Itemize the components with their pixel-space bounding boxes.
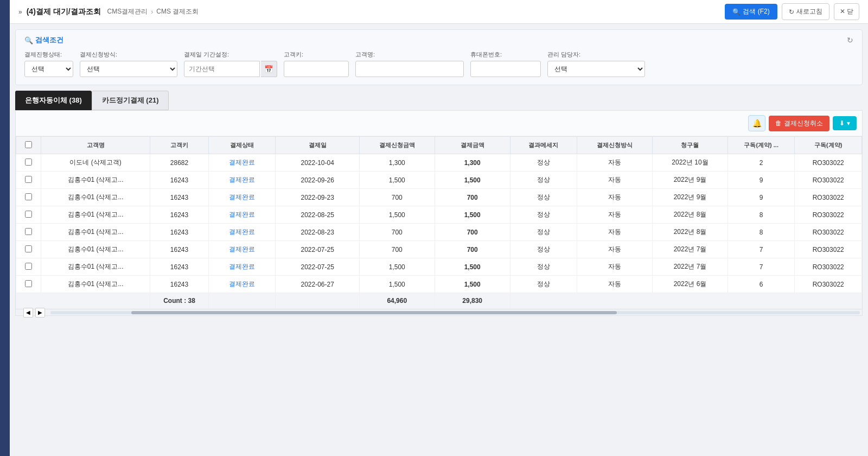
- row-checkbox[interactable]: [25, 193, 32, 200]
- row-req-amt: 1,500: [359, 206, 435, 224]
- row-pay-amt: 1,300: [435, 154, 510, 172]
- row-sub2: RO303022: [795, 154, 862, 172]
- row-checkbox[interactable]: [25, 176, 32, 183]
- breadcrumb-cms: CMS결제관리: [107, 7, 148, 16]
- date-input[interactable]: [184, 61, 260, 77]
- row-checkbox[interactable]: [25, 280, 32, 287]
- row-month: 2022년 8월: [653, 224, 728, 241]
- footer-req-total: 64,960: [359, 293, 435, 309]
- row-checkbox[interactable]: [25, 228, 32, 235]
- row-checkbox-cell[interactable]: [16, 224, 41, 241]
- nav-left-button[interactable]: ◀: [23, 308, 33, 318]
- table-row: 김홍수01 (삭제고... 16243 결제완료 2022-08-25 1,50…: [16, 206, 862, 224]
- table-row: 김홍수01 (삭제고... 16243 결제완료 2022-07-25 1,50…: [16, 258, 862, 276]
- bell-button[interactable]: 🔔: [748, 115, 765, 131]
- row-req-amt: 700: [359, 224, 435, 241]
- row-key: 16243: [150, 276, 208, 293]
- phone-field-group: 휴대폰번호:: [470, 50, 541, 77]
- row-month: 2022년 7월: [653, 258, 728, 276]
- row-pay-amt: 700: [435, 189, 510, 206]
- row-req-amt: 1,300: [359, 154, 435, 172]
- footer-count: Count : 38: [150, 293, 208, 309]
- row-msg: 정상: [510, 154, 577, 172]
- page-title: (4)결제 대기/결과조회: [27, 7, 101, 17]
- row-checkbox-cell[interactable]: [16, 154, 41, 172]
- search-f2-button[interactable]: 🔍 검색 (F2): [725, 4, 777, 20]
- nav-arrow[interactable]: »: [18, 8, 22, 16]
- row-checkbox[interactable]: [25, 159, 32, 166]
- row-checkbox[interactable]: [25, 245, 32, 252]
- refresh-icon: ↻: [789, 8, 794, 16]
- row-sub2: RO303022: [795, 224, 862, 241]
- row-status[interactable]: 결제완료: [209, 241, 276, 258]
- refresh-button[interactable]: ↻ 새로고침: [782, 3, 829, 20]
- custkey-input[interactable]: [284, 61, 349, 77]
- row-msg: 정상: [510, 241, 577, 258]
- row-status[interactable]: 결제완료: [209, 258, 276, 276]
- nav-right-button[interactable]: ▶: [35, 308, 45, 318]
- row-checkbox-cell[interactable]: [16, 172, 41, 189]
- status-select[interactable]: 선택: [24, 61, 73, 77]
- row-status[interactable]: 결제완료: [209, 224, 276, 241]
- row-status[interactable]: 결제완료: [209, 276, 276, 293]
- table-row: 김홍수01 (삭제고... 16243 결제완료 2022-09-23 700 …: [16, 189, 862, 206]
- search-panel-header: 🔍 검색조건 ↻: [24, 35, 853, 45]
- table-header-row: 고객명 고객키 결제상태 결제일 결제신청금액 결제금액 결과메세지 결제신청방…: [16, 137, 862, 154]
- row-checkbox-cell[interactable]: [16, 258, 41, 276]
- row-req-amt: 1,500: [359, 258, 435, 276]
- row-method: 자동: [577, 258, 653, 276]
- search-refresh-icon[interactable]: ↻: [847, 36, 853, 45]
- row-key: 16243: [150, 224, 208, 241]
- tab-card-regular[interactable]: 카드정기결제 (21): [92, 91, 169, 110]
- row-checkbox-cell[interactable]: [16, 276, 41, 293]
- row-checkbox[interactable]: [25, 211, 32, 218]
- row-sub1: 8: [727, 206, 794, 224]
- table-footer-row: Count : 38 64,960 29,830: [16, 293, 862, 309]
- row-checkbox-cell[interactable]: [16, 189, 41, 206]
- row-method: 자동: [577, 206, 653, 224]
- horizontal-scrolltrack[interactable]: [50, 311, 860, 314]
- row-key: 16243: [150, 206, 208, 224]
- row-status[interactable]: 결제완료: [209, 189, 276, 206]
- row-date: 2022-09-23: [276, 189, 359, 206]
- select-all-checkbox[interactable]: [25, 141, 32, 148]
- daterange-label: 결제일 기간설정:: [184, 50, 277, 59]
- row-msg: 정상: [510, 224, 577, 241]
- row-status[interactable]: 결제완료: [209, 206, 276, 224]
- row-msg: 정상: [510, 189, 577, 206]
- search-panel: 🔍 검색조건 ↻ 결제진행상태: 선택 결제신청방식: 선택 결: [15, 29, 863, 85]
- table-scroll-container[interactable]: 고객명 고객키 결제상태 결제일 결제신청금액 결제금액 결과메세지 결제신청방…: [16, 136, 862, 309]
- phone-input[interactable]: [470, 61, 541, 77]
- calendar-icon: 📅: [264, 65, 273, 73]
- table-area: 🔔 🗑 결제신청취소 ⬇ ▾ 고객명 고객키 결제상태: [15, 110, 863, 316]
- manager-select[interactable]: 선택: [547, 61, 645, 77]
- bell-icon: 🔔: [752, 119, 762, 128]
- row-sub2: RO303022: [795, 189, 862, 206]
- th-checkbox: [16, 137, 41, 154]
- row-req-amt: 700: [359, 241, 435, 258]
- cancel-payment-button[interactable]: 🗑 결제신청취소: [769, 116, 829, 131]
- method-select[interactable]: 선택: [80, 61, 177, 77]
- row-date: 2022-07-25: [276, 258, 359, 276]
- download-button[interactable]: ⬇ ▾: [833, 116, 857, 130]
- row-sub1: 7: [727, 241, 794, 258]
- row-checkbox-cell[interactable]: [16, 241, 41, 258]
- row-checkbox[interactable]: [25, 263, 32, 270]
- row-status[interactable]: 결제완료: [209, 154, 276, 172]
- download-icon: ⬇: [839, 119, 845, 127]
- manager-field-group: 관리 담당자: 선택: [547, 50, 645, 77]
- row-status[interactable]: 결제완료: [209, 172, 276, 189]
- row-key: 16243: [150, 241, 208, 258]
- close-button[interactable]: ✕ 닫: [834, 3, 859, 20]
- header-actions: 🔍 검색 (F2) ↻ 새로고침 ✕ 닫: [725, 3, 859, 20]
- row-checkbox-cell[interactable]: [16, 206, 41, 224]
- row-key: 16243: [150, 189, 208, 206]
- row-key: 28682: [150, 154, 208, 172]
- row-date: 2022-08-25: [276, 206, 359, 224]
- tab-bank-auto[interactable]: 은행자동이체 (38): [15, 91, 92, 110]
- custname-input[interactable]: [355, 61, 464, 77]
- th-month: 청구월: [653, 137, 728, 154]
- date-picker-button[interactable]: 📅: [261, 61, 277, 77]
- horizontal-scrollthumb[interactable]: [131, 311, 617, 314]
- row-name: 김홍수01 (삭제고...: [41, 172, 150, 189]
